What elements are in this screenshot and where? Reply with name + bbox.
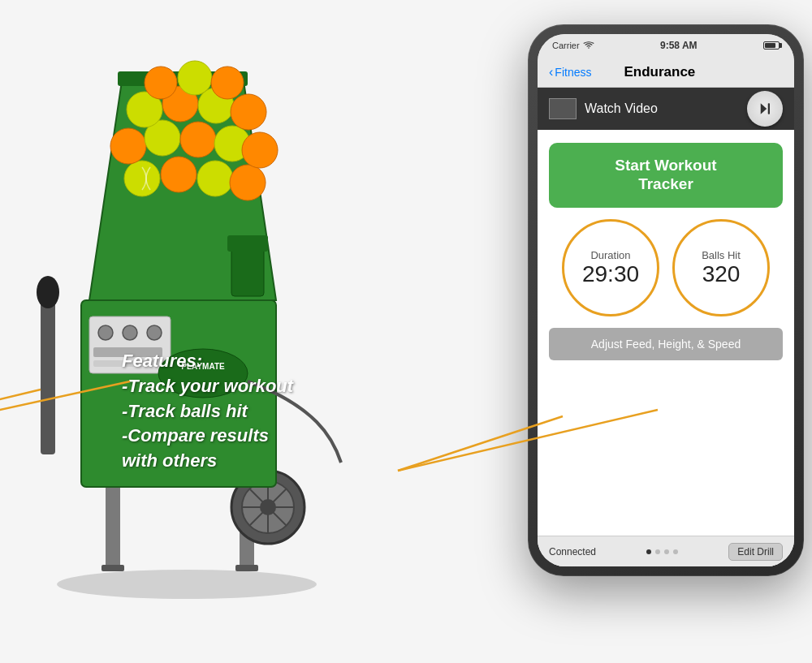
navigation-bar: ‹ Fitness Endurance: [538, 57, 794, 88]
watch-video-label: Watch Video: [585, 101, 658, 116]
dot-2: [655, 549, 660, 554]
svg-point-38: [178, 61, 212, 95]
watch-video-row[interactable]: Watch Video: [538, 88, 794, 130]
svg-point-26: [197, 161, 233, 196]
stats-row: Duration 29:30 Balls Hit 320: [549, 219, 783, 316]
balls-hit-label: Balls Hit: [702, 249, 741, 261]
balls-hit-value: 320: [702, 261, 741, 287]
features-text: Features: -Track your workout -Track bal…: [122, 349, 293, 474]
main-content: Start Workout Tracker Duration 29:30 Bal…: [538, 130, 794, 536]
start-workout-line1: Start Workout: [615, 157, 716, 175]
adjust-feed-button[interactable]: Adjust Feed, Height, & Speed: [549, 328, 783, 360]
carrier-label: Carrier: [552, 41, 580, 50]
wifi-icon: [583, 41, 594, 50]
svg-rect-3: [102, 565, 124, 571]
left-section: PLAYMATE: [0, 0, 503, 663]
play-pause-button[interactable]: [747, 91, 783, 127]
svg-point-37: [145, 67, 177, 99]
back-label: Fitness: [555, 66, 591, 79]
play-pause-icon: [758, 101, 772, 116]
phone-body: Carrier 9:58 AM: [528, 24, 804, 576]
svg-rect-45: [768, 103, 770, 114]
svg-point-30: [180, 122, 216, 157]
dot-3: [664, 549, 669, 554]
svg-rect-1: [106, 479, 120, 568]
phone-screen: Carrier 9:58 AM: [538, 34, 794, 566]
page-dots: [646, 549, 678, 554]
dot-4: [673, 549, 678, 554]
duration-value: 29:30: [582, 261, 639, 287]
svg-point-25: [161, 157, 197, 192]
status-bar: Carrier 9:58 AM: [538, 34, 794, 57]
chevron-left-icon: ‹: [549, 66, 553, 79]
bottom-bar: Connected Edit Drill: [538, 536, 794, 566]
svg-point-24: [124, 161, 160, 196]
features-line5: with others: [122, 449, 293, 474]
features-line1: Features:: [122, 349, 293, 374]
duration-circle: Duration 29:30: [562, 219, 659, 316]
back-button[interactable]: ‹ Fitness: [549, 66, 591, 79]
phone-container: Carrier 9:58 AM: [528, 24, 804, 576]
svg-point-32: [242, 132, 278, 168]
dot-1: [646, 549, 651, 554]
svg-point-27: [230, 165, 266, 200]
battery-icon: [763, 41, 780, 50]
features-line3: -Track balls hit: [122, 399, 293, 424]
svg-point-16: [98, 325, 113, 340]
watch-video-left: Watch Video: [549, 98, 658, 119]
svg-marker-44: [761, 103, 767, 114]
features-line4: -Compare results: [122, 424, 293, 449]
svg-rect-4: [235, 565, 258, 571]
edit-drill-button[interactable]: Edit Drill: [728, 543, 783, 561]
connected-label: Connected: [549, 546, 596, 558]
duration-label: Duration: [590, 249, 630, 261]
status-bar-left: Carrier: [552, 41, 594, 50]
svg-point-0: [57, 570, 317, 599]
screen-content: Watch Video Start Workout: [538, 88, 794, 566]
status-bar-right: [763, 41, 780, 50]
balls-hit-circle: Balls Hit 320: [672, 219, 770, 316]
features-line2: -Track your workout: [122, 374, 293, 399]
svg-point-13: [37, 276, 59, 308]
start-workout-button[interactable]: Start Workout Tracker: [549, 143, 783, 208]
svg-point-39: [211, 67, 244, 99]
svg-point-28: [110, 128, 146, 164]
svg-point-18: [147, 325, 162, 340]
page-title: Endurance: [624, 64, 695, 80]
start-workout-line2: Tracker: [615, 175, 716, 194]
svg-rect-41: [227, 235, 268, 252]
svg-rect-12: [41, 292, 55, 454]
video-thumbnail: [549, 98, 577, 119]
svg-point-36: [231, 94, 266, 130]
svg-point-17: [123, 325, 137, 340]
adjust-label: Adjust Feed, Height, & Speed: [591, 338, 741, 351]
status-time: 9:58 AM: [660, 40, 698, 51]
start-workout-text: Start Workout Tracker: [615, 157, 716, 194]
